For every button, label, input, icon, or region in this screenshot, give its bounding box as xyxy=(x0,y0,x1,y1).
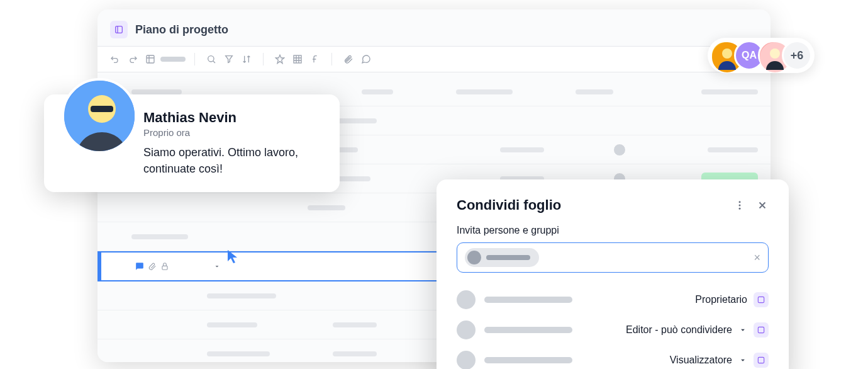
sheet-icon xyxy=(754,292,769,307)
invite-input[interactable]: × xyxy=(457,242,769,273)
chevron-down-icon xyxy=(738,326,747,334)
comment-author-name: Mathias Nevin xyxy=(143,110,322,126)
cursor-icon xyxy=(226,249,239,266)
svg-rect-3 xyxy=(294,55,301,63)
svg-rect-0 xyxy=(116,26,123,33)
grid-icon[interactable] xyxy=(290,52,305,67)
svg-rect-11 xyxy=(91,106,113,112)
role-selector: Proprietario xyxy=(695,292,769,307)
chevron-down-icon[interactable] xyxy=(213,263,221,270)
invite-chip[interactable] xyxy=(465,248,539,267)
svg-point-12 xyxy=(739,201,741,203)
sheet-icon xyxy=(754,353,769,368)
svg-point-13 xyxy=(739,205,741,207)
share-dialog: Condividi foglio Invita persone e gruppi… xyxy=(437,179,789,369)
share-dialog-title: Condividi foglio xyxy=(457,197,561,213)
comment-icon[interactable] xyxy=(359,52,374,67)
table-icon[interactable] xyxy=(143,52,158,67)
person-name-placeholder xyxy=(484,357,572,363)
svg-rect-1 xyxy=(147,55,154,63)
page-title: Piano di progetto xyxy=(135,23,228,37)
svg-rect-4 xyxy=(162,266,167,270)
comment-indicator-icon xyxy=(135,262,144,271)
person-name-placeholder xyxy=(484,297,572,303)
role-label: Visualizzatore xyxy=(670,355,732,366)
avatar xyxy=(613,144,626,156)
invite-label: Invita persone e gruppi xyxy=(457,225,769,236)
search-icon[interactable] xyxy=(204,52,219,67)
role-selector[interactable]: Visualizzatore xyxy=(670,353,769,368)
undo-icon[interactable] xyxy=(108,52,123,67)
toolbar-placeholder xyxy=(160,57,186,62)
avatar xyxy=(457,321,476,339)
role-label: Proprietario xyxy=(695,294,747,305)
svg-rect-15 xyxy=(758,297,764,302)
more-icon[interactable] xyxy=(733,199,746,212)
toolbar xyxy=(97,46,771,72)
svg-point-2 xyxy=(208,56,214,62)
clear-chip-icon[interactable]: × xyxy=(754,251,760,264)
comment-card: Mathias Nevin Proprio ora Siamo operativ… xyxy=(44,94,340,192)
attachment-icon[interactable] xyxy=(341,52,356,67)
share-person-row: Visualizzatore xyxy=(457,351,769,369)
function-icon[interactable] xyxy=(308,52,323,67)
app-icon xyxy=(110,21,128,38)
redo-icon[interactable] xyxy=(125,52,140,67)
share-person-row: Editor - può condividere xyxy=(457,321,769,339)
svg-rect-16 xyxy=(758,327,764,332)
sheet-icon xyxy=(754,322,769,338)
share-list: Proprietario Editor - può condividere Vi… xyxy=(457,290,769,369)
role-label: Editor - può condividere xyxy=(626,324,732,336)
chip-name-placeholder xyxy=(486,255,530,260)
comment-author-avatar xyxy=(62,78,137,154)
share-person-row: Proprietario xyxy=(457,290,769,309)
role-selector[interactable]: Editor - può condividere xyxy=(626,322,769,338)
close-icon[interactable] xyxy=(756,199,769,212)
attachment-indicator-icon xyxy=(148,262,157,271)
svg-point-6 xyxy=(722,48,732,59)
comment-timestamp: Proprio ora xyxy=(143,127,322,138)
avatar xyxy=(457,351,476,369)
collaborator-avatars: QA +6 xyxy=(708,38,815,73)
svg-rect-17 xyxy=(758,357,764,363)
chevron-down-icon xyxy=(738,356,747,365)
avatar-overflow-count[interactable]: +6 xyxy=(782,40,812,71)
format-icon[interactable] xyxy=(272,52,287,67)
person-name-placeholder xyxy=(484,327,572,333)
svg-point-14 xyxy=(739,208,741,210)
sort-icon[interactable] xyxy=(239,52,254,67)
svg-point-8 xyxy=(770,48,780,59)
avatar xyxy=(457,290,476,309)
filter-icon[interactable] xyxy=(221,52,236,67)
app-header: Piano di progetto xyxy=(97,9,771,46)
lock-icon xyxy=(160,262,169,271)
avatar xyxy=(467,251,481,264)
